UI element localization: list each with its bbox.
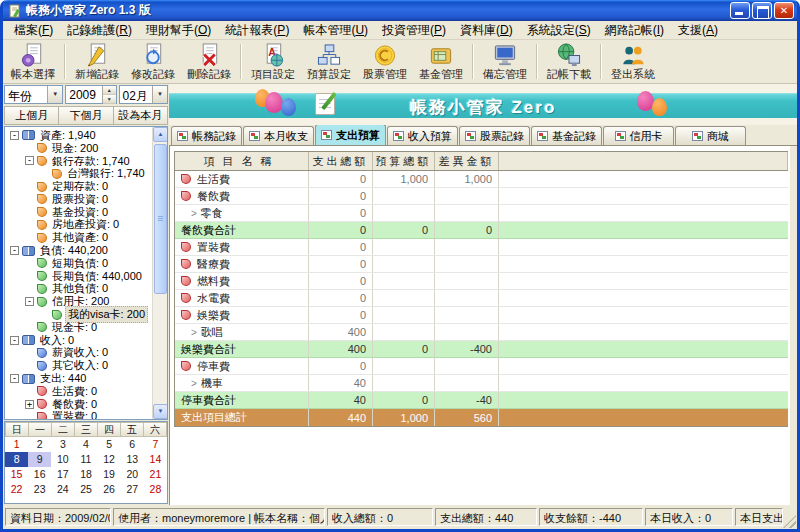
tab-收入預算[interactable]: 收入預算 xyxy=(387,126,458,145)
tab-商城[interactable]: 商城 xyxy=(675,126,746,145)
toolbar-button-刪除記錄[interactable]: 刪除記錄 xyxy=(181,41,237,82)
table-row-燃料費[interactable]: 燃料費0 xyxy=(175,273,788,290)
chevron-down-icon[interactable]: ▼ xyxy=(47,86,62,103)
menu-item-理財幫手[interactable]: 理財幫手(O) xyxy=(139,21,218,40)
calendar-day-20[interactable]: 20 xyxy=(121,467,144,482)
calendar-day-13[interactable]: 13 xyxy=(121,452,144,467)
button-下個月[interactable]: 下個月 xyxy=(59,106,113,125)
menu-item-支援[interactable]: 支援(A) xyxy=(671,21,725,40)
toolbar-button-記帳下載[interactable]: 記帳下載 xyxy=(541,41,597,82)
calendar-day-24[interactable]: 24 xyxy=(51,482,74,497)
calendar-day-16[interactable]: 16 xyxy=(28,467,51,482)
maximize-icon[interactable] xyxy=(752,2,772,19)
year-spinner[interactable]: 2009 ▲▼ xyxy=(65,85,116,104)
chevron-down-icon[interactable]: ▼ xyxy=(152,86,167,103)
toolbar-button-備忘管理[interactable]: 備忘管理 xyxy=(477,41,533,82)
calendar-day-2[interactable]: 2 xyxy=(28,437,51,452)
toolbar-button-預算設定[interactable]: 預算設定 xyxy=(301,41,357,82)
button-設為本月[interactable]: 設為本月 xyxy=(114,106,168,125)
table-row-餐飲費合計[interactable]: 餐飲費合計000 xyxy=(175,222,788,239)
toolbar-button-帳本選擇[interactable]: 帳本選擇 xyxy=(5,41,61,82)
table-row-置裝費[interactable]: 置裝費0 xyxy=(175,239,788,256)
table-row-零食[interactable]: >零食0 xyxy=(175,205,788,222)
table-row-停車費合計[interactable]: 停車費合計400-40 xyxy=(175,392,788,409)
calendar-day-5[interactable]: 5 xyxy=(98,437,121,452)
table-row-歌唱[interactable]: >歌唱400 xyxy=(175,324,788,341)
toolbar-button-項目設定[interactable]: A項目設定 xyxy=(245,41,301,82)
expander-icon[interactable]: - xyxy=(25,156,34,165)
expander-icon[interactable]: + xyxy=(25,400,34,409)
table-row-生活費[interactable]: 生活費01,0001,000 xyxy=(175,171,788,188)
spent-cell: 0 xyxy=(309,188,373,204)
tab-信用卡[interactable]: 信用卡 xyxy=(603,126,674,145)
month-combobox[interactable]: 02月 ▼ xyxy=(119,85,168,104)
menu-item-帳本管理[interactable]: 帳本管理(U) xyxy=(296,21,375,40)
tab-帳務記錄[interactable]: 帳務記錄 xyxy=(171,126,242,145)
calendar-day-27[interactable]: 27 xyxy=(121,482,144,497)
calendar-day-7[interactable]: 7 xyxy=(144,437,167,452)
scroll-down-icon[interactable]: ▼ xyxy=(153,404,168,419)
menu-item-記錄維護[interactable]: 記錄維護(R) xyxy=(60,21,139,40)
calendar-day-9[interactable]: 9 xyxy=(28,452,51,467)
toolbar-button-修改記錄[interactable]: 修改記錄 xyxy=(125,41,181,82)
expander-icon[interactable]: - xyxy=(25,297,34,306)
menu-item-統計報表[interactable]: 統計報表(P) xyxy=(218,21,296,40)
table-row-醫療費[interactable]: 醫療費0 xyxy=(175,256,788,273)
calendar-day-25[interactable]: 25 xyxy=(74,482,97,497)
toolbar-button-登出系統[interactable]: 登出系統 xyxy=(605,41,661,82)
calendar-day-23[interactable]: 23 xyxy=(28,482,51,497)
tree-scrollbar[interactable]: ▲ ▼ xyxy=(152,127,167,419)
calendar-day-8[interactable]: 8 xyxy=(5,452,28,467)
scrollbar-thumb[interactable] xyxy=(154,144,167,294)
spin-down-icon[interactable]: ▼ xyxy=(103,95,116,104)
title-bar[interactable]: 帳務小管家 Zero 1.3 版 ✕ xyxy=(3,0,797,21)
tab-支出預算[interactable]: 支出預算 xyxy=(315,124,386,145)
resize-grip-icon[interactable] xyxy=(783,515,796,528)
menu-item-系統設定[interactable]: 系統設定(S) xyxy=(520,21,598,40)
calendar-day-28[interactable]: 28 xyxy=(144,482,167,497)
calendar-day-1[interactable]: 1 xyxy=(5,437,28,452)
calendar-day-10[interactable]: 10 xyxy=(51,452,74,467)
button-上個月[interactable]: 上個月 xyxy=(4,106,59,125)
menu-item-資料庫[interactable]: 資料庫(D) xyxy=(453,21,520,40)
calendar-day-18[interactable]: 18 xyxy=(74,467,97,482)
calendar-day-15[interactable]: 15 xyxy=(5,467,28,482)
toolbar-button-基金管理[interactable]: 基金管理 xyxy=(413,41,469,82)
scroll-up-icon[interactable]: ▲ xyxy=(153,127,168,142)
expander-icon[interactable]: - xyxy=(10,374,19,383)
table-row-支出項目總計[interactable]: 支出項目總計4401,000560 xyxy=(175,409,788,426)
calendar-day-6[interactable]: 6 xyxy=(121,437,144,452)
table-row-停車費[interactable]: 停車費0 xyxy=(175,358,788,375)
expander-icon[interactable]: - xyxy=(10,246,19,255)
calendar-day-3[interactable]: 3 xyxy=(51,437,74,452)
close-icon[interactable]: ✕ xyxy=(774,2,794,19)
calendar-day-12[interactable]: 12 xyxy=(98,452,121,467)
menu-item-檔案[interactable]: 檔案(F) xyxy=(7,21,60,40)
menu-item-投資管理[interactable]: 投資管理(P) xyxy=(375,21,453,40)
expander-icon[interactable]: - xyxy=(10,131,19,140)
calendar-day-4[interactable]: 4 xyxy=(74,437,97,452)
table-row-餐飲費[interactable]: 餐飲費0 xyxy=(175,188,788,205)
tab-本月收支[interactable]: 本月收支 xyxy=(243,126,314,145)
calendar-day-21[interactable]: 21 xyxy=(144,467,167,482)
table-row-娛樂費[interactable]: 娛樂費0 xyxy=(175,307,788,324)
toolbar-button-股票管理[interactable]: 股票管理 xyxy=(357,41,413,82)
calendar-day-11[interactable]: 11 xyxy=(74,452,97,467)
calendar-day-26[interactable]: 26 xyxy=(98,482,121,497)
table-row-娛樂費合計[interactable]: 娛樂費合計4000-400 xyxy=(175,341,788,358)
period-type-combobox[interactable]: 年份 ▼ xyxy=(4,85,63,104)
toolbar-button-新增記錄[interactable]: 新增記錄 xyxy=(69,41,125,82)
table-row-機車[interactable]: >機車40 xyxy=(175,375,788,392)
tree-item-置裝費[interactable]: 置裝費: 0 xyxy=(7,411,151,420)
tab-基金記錄[interactable]: 基金記錄 xyxy=(531,126,602,145)
table-row-水電費[interactable]: 水電費0 xyxy=(175,290,788,307)
spin-up-icon[interactable]: ▲ xyxy=(103,86,116,95)
calendar-day-17[interactable]: 17 xyxy=(51,467,74,482)
calendar-day-14[interactable]: 14 xyxy=(144,452,167,467)
calendar-day-22[interactable]: 22 xyxy=(5,482,28,497)
expander-icon[interactable]: - xyxy=(10,336,19,345)
minimize-icon[interactable] xyxy=(730,2,750,19)
calendar-day-19[interactable]: 19 xyxy=(98,467,121,482)
menu-item-網路記帳[interactable]: 網路記帳(I) xyxy=(598,21,671,40)
tab-股票記錄[interactable]: 股票記錄 xyxy=(459,126,530,145)
